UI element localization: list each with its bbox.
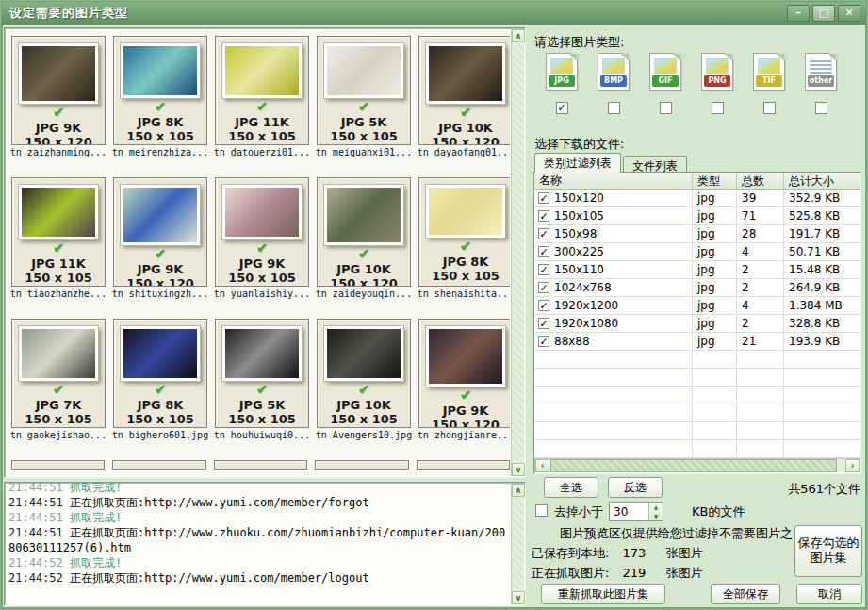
thumbnail-cell[interactable] — [315, 460, 408, 470]
size-filter-spinner[interactable]: 30 ▲ ▼ — [609, 502, 663, 521]
thumbnail-dims-label: 150 x 105 — [216, 129, 308, 143]
header-count[interactable]: 总数 — [737, 173, 784, 189]
header-size[interactable]: 总计大小 — [784, 173, 860, 189]
scroll-right-icon[interactable]: › — [845, 459, 860, 472]
bmp-checkbox[interactable] — [608, 102, 620, 114]
thumbnail-item[interactable]: ✔JPG 10K150 x 120tn_zaideyouqin... — [317, 177, 411, 299]
scrollbar-thumb[interactable] — [550, 459, 837, 472]
spinner-arrows[interactable]: ▲ ▼ — [648, 503, 663, 520]
table-row[interactable]: ✓1920x1080jpg2328.8 KB — [534, 315, 860, 333]
thumbnail-cell[interactable]: ✔JPG 10K150 x 105 — [317, 319, 411, 428]
log-message: 正在抓取页面:http://www.yumi.com/member/forgot — [70, 496, 369, 509]
thumbnail-item[interactable]: ✔JPG 9K150 x 120tn_zhongjianre... — [418, 319, 510, 440]
table-row[interactable]: ✓150x110jpg215.48 KB — [534, 261, 860, 279]
thumbnail-cell[interactable] — [214, 460, 307, 470]
table-row[interactable]: ✓88x88jpg21193.9 KB — [534, 333, 860, 351]
row-checkbox[interactable]: ✓ — [538, 264, 549, 275]
invert-selection-button[interactable]: 反选 — [608, 477, 663, 498]
table-row[interactable]: ✓300x225jpg450.71 KB — [534, 243, 860, 261]
scroll-down-icon[interactable]: ∨ — [512, 591, 525, 604]
header-name[interactable]: 名称 — [534, 173, 693, 189]
thumbnail-item[interactable]: ✔JPG 8K150 x 105tn_meirenzhiza... — [113, 36, 207, 157]
tab-file-list[interactable]: 文件列表 — [623, 156, 687, 173]
other-checkbox[interactable] — [815, 102, 827, 114]
scroll-down-icon[interactable]: ∨ — [512, 463, 525, 476]
row-checkbox[interactable]: ✓ — [538, 318, 549, 329]
thumbnail-item[interactable]: ✔JPG 5K150 x 105tn_houhuiwuqi0... — [215, 319, 309, 440]
log-time: 21:44:51 — [8, 511, 70, 524]
thumbnail-item[interactable]: ✔JPG 10K150 x 120tn_dayaofang01... — [418, 36, 510, 157]
table-row[interactable]: ✓1920x1200jpg41.384 MB — [534, 297, 860, 315]
table-row[interactable]: ✓1024x768jpg2264.9 KB — [534, 279, 860, 297]
jpg-checkbox[interactable]: ✓ — [556, 102, 568, 114]
thumbnail-cell[interactable]: ✔JPG 10K150 x 120 — [317, 177, 411, 287]
scroll-left-icon[interactable]: ‹ — [535, 459, 549, 472]
header-type[interactable]: 类型 — [693, 173, 737, 189]
thumbnail-photo — [222, 326, 302, 381]
table-row[interactable]: ✓150x120jpg39352.9 KB — [534, 190, 860, 207]
thumbnail-item[interactable]: ✔JPG 11K150 x 105tn_tiaozhanzhe... — [11, 177, 106, 299]
thumbnail-cell[interactable] — [417, 460, 510, 470]
size-filter-value[interactable]: 30 — [610, 503, 648, 520]
size-filter-checkbox[interactable] — [535, 504, 548, 517]
maximize-icon[interactable]: □ — [812, 5, 835, 22]
cancel-button[interactable]: 取消 — [796, 584, 862, 604]
gif-checkbox[interactable] — [660, 102, 672, 114]
thumbnail-item[interactable]: ✔JPG 10K150 x 105tn_Avengers10.jpg — [317, 319, 411, 440]
thumbnail-item[interactable]: ✔JPG 11K150 x 105tn_datouerzi01... — [215, 36, 309, 157]
thumbnail-item[interactable]: ✔JPG 8K150 x 105tn_bighero601.jpg — [113, 319, 207, 440]
scroll-up-icon[interactable]: ∧ — [512, 29, 525, 42]
thumbnail-cell[interactable]: ✔JPG 11K150 x 105 — [11, 177, 106, 287]
table-horizontal-scrollbar[interactable]: ‹ › — [535, 458, 860, 472]
row-checkbox[interactable]: ✓ — [538, 300, 549, 311]
row-checkbox[interactable]: ✓ — [538, 246, 549, 257]
thumbnail-item[interactable]: ✔JPG 9K150 x 105tn_yuanlaishiy... — [215, 177, 309, 299]
row-checkbox[interactable]: ✓ — [538, 210, 549, 222]
thumbnail-cell[interactable]: ✔JPG 8K150 x 105 — [113, 319, 207, 428]
spin-up-icon[interactable]: ▲ — [649, 503, 663, 512]
row-checkbox[interactable]: ✓ — [538, 336, 549, 347]
table-row[interactable]: ✓150x98jpg28191.7 KB — [534, 225, 860, 243]
spin-down-icon[interactable]: ▼ — [649, 512, 663, 521]
thumbnail-cell[interactable]: ✔JPG 5K150 x 105 — [215, 319, 309, 428]
thumbnail-cell[interactable]: ✔JPG 11K150 x 105 — [215, 36, 309, 145]
thumbnail-item[interactable]: ✔JPG 7K150 x 105tn_gaokejishao... — [11, 319, 106, 440]
thumbnail-cell[interactable] — [11, 460, 105, 470]
thumbnail-cell[interactable]: ✔JPG 9K150 x 120 — [113, 177, 207, 287]
thumbnail-cell[interactable]: ✔JPG 9K150 x 105 — [215, 177, 309, 287]
thumbnail-dims-label: 150 x 105 — [12, 412, 105, 426]
thumbnail-item[interactable]: ✔JPG 9K150 x 120tn_zaizhanming... — [11, 36, 106, 157]
thumbnail-cell[interactable]: ✔JPG 8K150 x 105 — [418, 177, 510, 287]
tab-category-filter-list[interactable]: 类别过滤列表 — [534, 153, 621, 173]
row-checkbox[interactable]: ✓ — [538, 228, 549, 239]
minimize-icon[interactable]: – — [787, 5, 810, 22]
row-name-text: 1024x768 — [554, 281, 612, 294]
row-checkbox[interactable]: ✓ — [538, 192, 549, 204]
filter-table-panel: 名称 类型 总数 总计大小 ✓150x120jpg39352.9 KB✓150x… — [533, 172, 861, 474]
thumbnail-cell[interactable]: ✔JPG 5K150 x 105 — [317, 36, 411, 145]
refetch-button[interactable]: 重新抓取此图片集 — [541, 584, 665, 604]
thumbnail-item[interactable]: ✔JPG 9K150 x 120tn_shituxingzh... — [113, 177, 207, 299]
thumbnail-cell[interactable]: ✔JPG 10K150 x 120 — [418, 36, 510, 145]
close-icon[interactable]: ✕ — [838, 5, 860, 22]
save-all-button[interactable]: 全部保存 — [711, 584, 780, 604]
thumbnail-cell[interactable]: ✔JPG 9K150 x 120 — [418, 319, 510, 428]
scroll-up-icon[interactable]: ∧ — [512, 484, 525, 497]
tif-checkbox[interactable] — [763, 102, 776, 114]
log-scrollbar[interactable]: ∧ ∨ — [511, 484, 524, 604]
png-checkbox[interactable] — [712, 102, 724, 114]
select-all-button[interactable]: 全选 — [544, 477, 598, 498]
thumbnail-item[interactable]: ✔JPG 8K150 x 105tn_shenaishita... — [418, 177, 510, 299]
thumbnail-cell[interactable] — [112, 460, 205, 470]
thumbnail-cell[interactable]: ✔JPG 9K150 x 120 — [11, 36, 106, 145]
thumbnail-cell[interactable]: ✔JPG 7K150 x 105 — [11, 319, 106, 428]
row-checkbox[interactable]: ✓ — [538, 282, 549, 293]
titlebar[interactable]: 设定需要的图片类型 – □ ✕ — [2, 2, 866, 25]
bmp-file-icon: BMP — [598, 53, 630, 91]
thumbnail-photo — [19, 326, 98, 381]
thumbnail-scrollbar[interactable]: ∧ ∨ — [511, 29, 524, 476]
save-checked-button[interactable]: 保存勾选的图片集 — [794, 525, 862, 577]
thumbnail-item[interactable]: ✔JPG 5K150 x 105tn_meiguanxi01... — [317, 36, 411, 157]
thumbnail-cell[interactable]: ✔JPG 8K150 x 105 — [113, 36, 207, 145]
table-row[interactable]: ✓150x105jpg71525.8 KB — [534, 207, 860, 225]
